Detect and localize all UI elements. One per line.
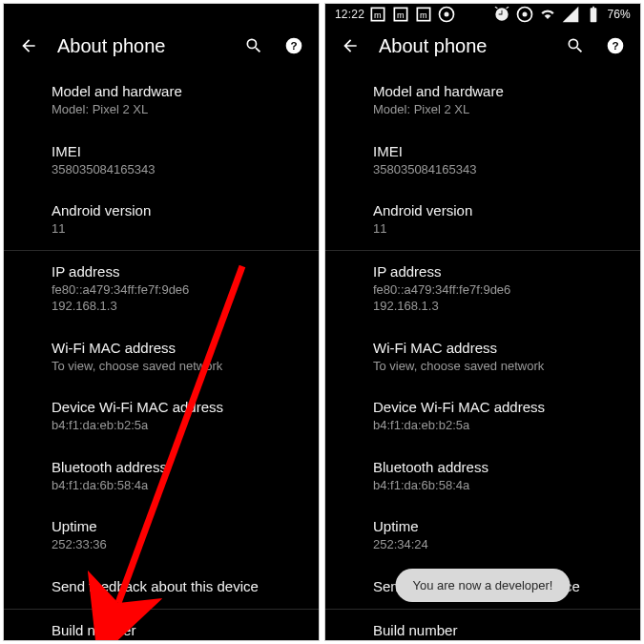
item-subtitle: b4:f1:da:6b:58:4a xyxy=(373,477,592,494)
wifi-icon xyxy=(538,5,557,24)
svg-text:?: ? xyxy=(612,39,618,52)
status-bar: 12:22mmm76% xyxy=(325,4,640,25)
item-subtitle: 11 xyxy=(373,220,592,238)
camera-icon xyxy=(515,5,534,24)
settings-item[interactable]: Bluetooth addressb4:f1:da:6b:58:4a xyxy=(4,447,319,507)
help-icon[interactable]: ? xyxy=(282,34,305,57)
back-icon[interactable] xyxy=(339,34,362,57)
phone-screen: About phone?Model and hardwareModel: Pix… xyxy=(3,3,320,641)
page-title: About phone xyxy=(379,35,547,57)
settings-item[interactable]: Bluetooth addressb4:f1:da:6b:58:4a xyxy=(325,447,640,507)
item-title: Build number xyxy=(373,622,592,638)
item-subtitle: To view, choose saved network xyxy=(373,358,592,375)
item-subtitle: 252:33:36 xyxy=(52,536,271,553)
settings-item[interactable]: Uptime252:33:36 xyxy=(4,506,319,566)
settings-item[interactable]: Send feedback about this device xyxy=(4,566,319,609)
box-icon: m xyxy=(391,5,410,24)
item-subtitle: b4:f1:da:eb:b2:5a xyxy=(373,417,592,434)
status-battery: 76% xyxy=(607,8,631,21)
svg-point-10 xyxy=(445,12,449,17)
svg-text:m: m xyxy=(397,10,405,20)
item-title: IP address xyxy=(373,263,592,280)
svg-text:m: m xyxy=(374,10,382,20)
settings-item[interactable]: Wi-Fi MAC addressTo view, choose saved n… xyxy=(325,327,640,387)
settings-section: Model and hardwareModel: Pixel 2 XLIMEI3… xyxy=(4,71,319,250)
item-title: Model and hardware xyxy=(52,83,271,99)
camera-icon xyxy=(437,5,456,24)
app-bar: About phone? xyxy=(4,25,319,71)
settings-item[interactable]: Android version11 xyxy=(4,190,319,250)
box-icon: m xyxy=(368,5,387,24)
settings-section: IP addressfe80::a479:34ff:fe7f:9de6192.1… xyxy=(325,250,640,609)
settings-item[interactable]: Model and hardwareModel: Pixel 2 XL xyxy=(4,71,319,131)
item-title: Android version xyxy=(52,202,271,218)
search-icon[interactable] xyxy=(564,34,587,57)
back-icon[interactable] xyxy=(17,34,40,57)
item-title: Build number xyxy=(52,622,271,638)
settings-item[interactable]: Model and hardwareModel: Pixel 2 XL xyxy=(325,71,640,131)
settings-item[interactable]: Uptime252:34:24 xyxy=(325,506,640,566)
item-title: Uptime xyxy=(373,518,592,534)
settings-item[interactable]: Device Wi-Fi MAC addressb4:f1:da:eb:b2:5… xyxy=(325,386,640,447)
box-icon: m xyxy=(414,5,433,24)
item-subtitle: 358035084165343 xyxy=(373,161,592,178)
item-title: Device Wi-Fi MAC address xyxy=(52,399,271,415)
svg-point-12 xyxy=(523,12,528,17)
item-title: Bluetooth address xyxy=(373,459,592,475)
item-title: IMEI xyxy=(373,143,592,159)
settings-item[interactable]: Wi-Fi MAC addressTo view, choose saved n… xyxy=(4,327,319,387)
battery-icon xyxy=(584,5,603,24)
settings-section: Build numberRP1A.201005.004.A1 xyxy=(325,609,640,640)
item-subtitle: 252:34:24 xyxy=(373,536,592,553)
settings-item[interactable]: Android version11 xyxy=(325,190,640,250)
settings-item[interactable]: Build numberRP1A.201005.004.A1 xyxy=(4,610,319,640)
item-subtitle: fe80::a479:34ff:fe7f:9de6192.168.1.3 xyxy=(373,281,592,315)
settings-item[interactable]: IMEI358035084165343 xyxy=(4,131,319,191)
settings-section: Model and hardwareModel: Pixel 2 XLIMEI3… xyxy=(325,71,640,250)
settings-section: Build numberRP1A.201005.004.A1 xyxy=(4,609,319,640)
app-bar: About phone? xyxy=(325,25,640,71)
item-subtitle: fe80::a479:34ff:fe7f:9de6192.168.1.3 xyxy=(52,281,271,315)
item-title: Android version xyxy=(373,202,592,218)
status-bar xyxy=(4,4,319,25)
settings-list[interactable]: Model and hardwareModel: Pixel 2 XLIMEI3… xyxy=(4,71,319,640)
item-subtitle: b4:f1:da:eb:b2:5a xyxy=(52,417,271,434)
signal-icon xyxy=(561,5,580,24)
settings-list[interactable]: Model and hardwareModel: Pixel 2 XLIMEI3… xyxy=(325,71,640,640)
item-title: Model and hardware xyxy=(373,83,592,99)
item-subtitle: 358035084165343 xyxy=(52,161,271,178)
item-title: Wi-Fi MAC address xyxy=(52,340,271,356)
item-title: Uptime xyxy=(52,518,271,534)
item-subtitle: Model: Pixel 2 XL xyxy=(52,101,271,118)
item-title: IMEI xyxy=(52,143,271,159)
settings-item[interactable]: Device Wi-Fi MAC addressb4:f1:da:eb:b2:5… xyxy=(4,386,319,447)
settings-item[interactable]: IP addressfe80::a479:34ff:fe7f:9de6192.1… xyxy=(4,251,319,327)
item-title: Device Wi-Fi MAC address xyxy=(373,399,592,415)
item-subtitle: Model: Pixel 2 XL xyxy=(373,101,592,118)
item-subtitle: To view, choose saved network xyxy=(52,358,271,375)
item-title: Bluetooth address xyxy=(52,459,271,475)
svg-text:m: m xyxy=(420,10,427,20)
item-title: IP address xyxy=(52,263,271,280)
item-title: Wi-Fi MAC address xyxy=(373,340,592,356)
item-subtitle: b4:f1:da:6b:58:4a xyxy=(52,477,271,494)
help-icon[interactable]: ? xyxy=(604,34,627,57)
alarm-icon xyxy=(492,5,511,24)
search-icon[interactable] xyxy=(242,34,265,57)
settings-item[interactable]: IP addressfe80::a479:34ff:fe7f:9de6192.1… xyxy=(325,251,640,327)
settings-section: IP addressfe80::a479:34ff:fe7f:9de6192.1… xyxy=(4,250,319,609)
status-time: 12:22 xyxy=(335,8,364,21)
item-title: Send feedback about this device xyxy=(52,578,271,594)
item-subtitle: 11 xyxy=(52,220,271,238)
page-title: About phone xyxy=(57,35,225,57)
settings-item[interactable]: Build numberRP1A.201005.004.A1 xyxy=(325,610,640,640)
phone-screen: 12:22mmm76%About phone?Model and hardwar… xyxy=(324,3,641,641)
settings-item[interactable]: IMEI358035084165343 xyxy=(325,131,640,191)
toast-message: You are now a developer! xyxy=(396,569,571,602)
svg-text:?: ? xyxy=(290,39,297,52)
